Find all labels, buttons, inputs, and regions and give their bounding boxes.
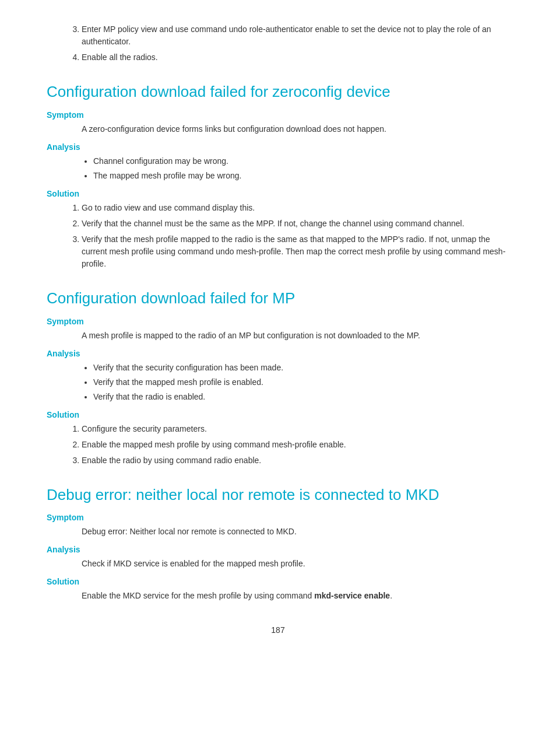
section1-symptom-text: A zero-configuration device forms links … bbox=[82, 123, 509, 135]
section3-symptom-label: Symptom bbox=[47, 513, 509, 522]
section2-analysis-label: Analysis bbox=[47, 349, 509, 358]
section3-analysis-text: Check if MKD service is enabled for the … bbox=[82, 558, 509, 570]
list-item: Verify that the channel must be the same… bbox=[82, 218, 509, 230]
list-item: Verify that the mapped mesh profile is e… bbox=[93, 376, 509, 388]
section3-title: Debug error: neither local nor remote is… bbox=[47, 485, 509, 505]
list-item: Verify that the security configuration h… bbox=[93, 362, 509, 374]
list-item: Configure the security parameters. bbox=[82, 423, 509, 435]
section1-solution-list: Go to radio view and use command display… bbox=[82, 202, 509, 270]
section1-symptom-label: Symptom bbox=[47, 110, 509, 120]
section2-title: Configuration download failed for MP bbox=[47, 289, 509, 309]
section3-solution-bold: mkd-service enable bbox=[314, 591, 390, 600]
section1-analysis-label: Analysis bbox=[47, 142, 509, 152]
section3-solution-text: Enable the MKD service for the mesh prof… bbox=[82, 590, 509, 602]
list-item: Enable the mapped mesh profile by using … bbox=[82, 439, 509, 451]
section2-analysis-list: Verify that the security configuration h… bbox=[93, 362, 509, 403]
section1-title: Configuration download failed for zeroco… bbox=[47, 82, 509, 102]
list-item: Verify that the mesh profile mapped to t… bbox=[82, 233, 509, 270]
list-item: Verify that the radio is enabled. bbox=[93, 391, 509, 403]
list-item: Go to radio view and use command display… bbox=[82, 202, 509, 214]
section1-analysis-list: Channel configuration may be wrong. The … bbox=[93, 155, 509, 182]
page-number: 187 bbox=[47, 625, 509, 635]
list-item: Channel configuration may be wrong. bbox=[93, 155, 509, 167]
section2-symptom-text: A mesh profile is mapped to the radio of… bbox=[82, 330, 509, 342]
section3-symptom-text: Debug error: Neither local nor remote is… bbox=[82, 526, 509, 538]
intro-step-3: Enter MP policy view and use command und… bbox=[82, 23, 509, 48]
section1-solution-label: Solution bbox=[47, 189, 509, 198]
section2-solution-list: Configure the security parameters. Enabl… bbox=[82, 423, 509, 467]
list-item: Enable the radio by using command radio … bbox=[82, 454, 509, 467]
intro-step-4: Enable all the radios. bbox=[82, 51, 509, 64]
section2-symptom-label: Symptom bbox=[47, 317, 509, 326]
section2-solution-label: Solution bbox=[47, 410, 509, 419]
list-item: The mapped mesh profile may be wrong. bbox=[93, 170, 509, 182]
section3-analysis-label: Analysis bbox=[47, 545, 509, 554]
section3-solution-label: Solution bbox=[47, 577, 509, 586]
